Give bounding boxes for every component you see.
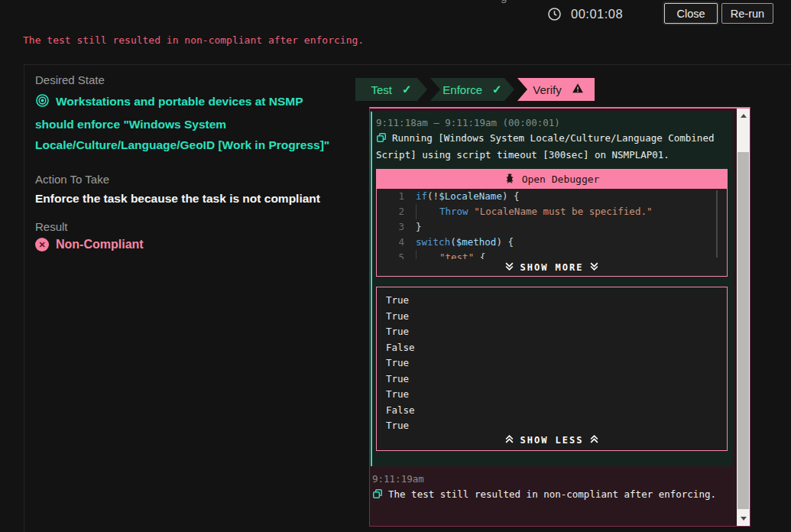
code-token: Throw <box>439 204 468 219</box>
line-number: 5 <box>377 250 404 259</box>
script-output-card: TrueTrueTrueFalseTrueTrueTrueFalseTrue S… <box>376 287 728 451</box>
show-more-button[interactable]: SHOW MORE <box>377 259 727 276</box>
output-value: True <box>386 418 718 434</box>
show-less-label: SHOW LESS <box>520 435 583 446</box>
rerun-button[interactable]: Re-run <box>721 3 773 24</box>
output-value: True <box>386 387 718 403</box>
code-line: 2Throw "LocaleName must be specified." <box>377 204 727 219</box>
code-token: (! <box>427 189 439 204</box>
code-line: 4switch($method) { <box>377 235 727 250</box>
output-value: True <box>386 293 718 309</box>
indent-guide <box>416 250 439 259</box>
output-value: False <box>386 403 718 419</box>
chevron-double-down-icon <box>589 261 599 274</box>
warning-icon <box>572 83 584 96</box>
footer-timestamp: 9:11:19am <box>372 472 737 487</box>
chevron-double-down-icon <box>504 261 514 274</box>
line-number: 1 <box>377 189 404 204</box>
indent-guide <box>416 204 439 219</box>
stage-tab-verify[interactable]: Verify <box>517 78 595 101</box>
stage-tab-label: Verify <box>533 83 562 96</box>
code-token: ) { <box>496 235 514 250</box>
stage-tab-label: Test <box>371 83 392 96</box>
code-token: if <box>416 189 427 204</box>
code-line: 3} <box>377 219 727 235</box>
session-window: g 00:01:08 Close Re-run The test still r… <box>0 0 791 532</box>
triangle-up-icon <box>741 114 747 118</box>
entry-timestamp: 9:11:18am — 9:11:19am (00:00:01) <box>376 115 728 131</box>
panel-top-border <box>24 64 791 65</box>
chevron-double-up-icon <box>589 434 599 446</box>
desired-state-link[interactable]: Workstations and portable devices at NSM… <box>35 91 337 155</box>
log-entry: 9:11:18am — 9:11:19am (00:00:01) Running… <box>371 112 733 466</box>
line-number: 2 <box>377 204 404 219</box>
line-number: 4 <box>377 235 404 250</box>
show-less-button[interactable]: SHOW LESS <box>377 433 727 448</box>
terminal-panel: 9:11:18am — 9:11:19am (00:00:01) Running… <box>369 107 750 527</box>
debugger-card: Open Debugger 1if(!$LocaleName) {2Throw … <box>376 169 728 277</box>
open-debugger-button[interactable]: Open Debugger <box>377 170 727 189</box>
open-debugger-label: Open Debugger <box>522 174 600 185</box>
output-value: True <box>386 371 718 388</box>
line-number: 3 <box>377 219 404 235</box>
clock-icon <box>547 7 562 24</box>
check-icon: ✓ <box>492 83 502 96</box>
result-label: Result <box>35 220 341 233</box>
noncompliant-x-icon: ✕ <box>35 238 49 251</box>
elapsed-time: 00:01:08 <box>571 7 623 21</box>
alert-message: The test still resulted in non-compliant… <box>23 34 364 46</box>
stage-tab-enforce[interactable]: Enforce✓ <box>430 78 514 101</box>
code-token: "LocaleName must be specified." <box>474 204 652 219</box>
code-token: switch <box>416 235 450 250</box>
footer-message: The test still resulted in non-compliant… <box>372 487 737 504</box>
entry-message-text: Running [Windows System Locale/Culture/L… <box>376 132 714 161</box>
code-token: } <box>416 219 422 235</box>
code-token: $method <box>456 235 497 250</box>
code-token: ( <box>450 235 456 250</box>
panel-left-border <box>24 64 24 532</box>
code-token <box>468 204 475 219</box>
output-value: True <box>386 309 718 325</box>
output-value: True <box>386 324 718 340</box>
action-to-take-text: Enforce the task because the task is not… <box>35 190 341 207</box>
scroll-down-button[interactable] <box>737 511 750 526</box>
target-icon <box>35 93 50 114</box>
code-token: "test" <box>439 250 474 259</box>
close-button[interactable]: Close <box>664 3 718 24</box>
code-scrollbar[interactable] <box>716 190 718 258</box>
code-token: { <box>474 250 485 259</box>
code-token: ) { <box>502 189 520 204</box>
details-panel: Desired State Workstations and portable … <box>35 73 341 251</box>
code-token: $LocaleName <box>439 189 502 204</box>
stage-tab-label: Enforce <box>443 83 482 96</box>
result-value: Non-Compliant <box>56 238 144 251</box>
output-value: False <box>386 340 718 356</box>
desired-state-label: Desired State <box>35 73 341 86</box>
code-line: 1if(!$LocaleName) { <box>377 189 727 204</box>
scroll-up-button[interactable] <box>737 109 750 122</box>
action-to-take-label: Action To Take <box>35 173 341 186</box>
script-icon <box>372 488 383 504</box>
bug-icon <box>504 173 515 186</box>
output-value: True <box>386 355 718 371</box>
show-more-label: SHOW MORE <box>520 262 583 273</box>
footer-message-text: The test still resulted in non-compliant… <box>388 488 716 500</box>
scrollbar-thumb[interactable] <box>738 152 749 509</box>
code-line: 5"test" { <box>377 250 727 259</box>
clipped-title-text: g <box>501 0 507 3</box>
terminal-scrollbar[interactable] <box>737 109 750 526</box>
desired-state-link-text: Workstations and portable devices at NSM… <box>35 95 329 151</box>
result-row: ✕ Non-Compliant <box>35 238 341 251</box>
code-editor: 1if(!$LocaleName) {2Throw "LocaleName mu… <box>377 189 727 259</box>
chevron-double-up-icon <box>504 434 514 446</box>
script-output-values: TrueTrueTrueFalseTrueTrueTrueFalseTrue <box>386 293 718 434</box>
stage-tab-test[interactable]: Test✓ <box>355 78 427 101</box>
check-icon: ✓ <box>402 83 412 96</box>
entry-message: Running [Windows System Locale/Culture/L… <box>376 131 728 163</box>
script-icon <box>376 132 387 148</box>
triangle-down-icon <box>741 517 747 521</box>
